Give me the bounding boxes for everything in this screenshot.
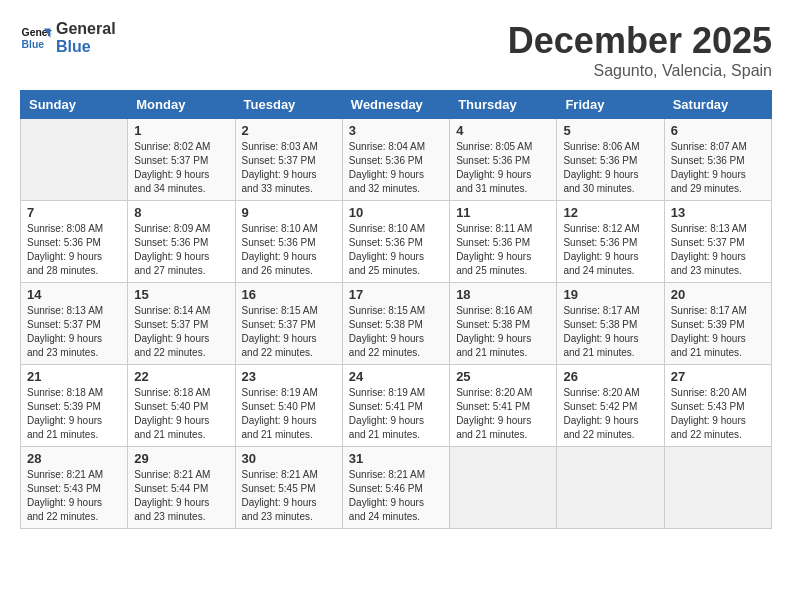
day-cell <box>557 447 664 529</box>
day-number: 17 <box>349 287 443 302</box>
day-number: 22 <box>134 369 228 384</box>
day-cell <box>450 447 557 529</box>
day-cell: 23Sunrise: 8:19 AMSunset: 5:40 PMDayligh… <box>235 365 342 447</box>
day-cell: 14Sunrise: 8:13 AMSunset: 5:37 PMDayligh… <box>21 283 128 365</box>
day-cell: 19Sunrise: 8:17 AMSunset: 5:38 PMDayligh… <box>557 283 664 365</box>
week-row-2: 7Sunrise: 8:08 AMSunset: 5:36 PMDaylight… <box>21 201 772 283</box>
day-info: Sunrise: 8:10 AMSunset: 5:36 PMDaylight:… <box>242 222 336 278</box>
day-info: Sunrise: 8:15 AMSunset: 5:37 PMDaylight:… <box>242 304 336 360</box>
day-cell: 4Sunrise: 8:05 AMSunset: 5:36 PMDaylight… <box>450 119 557 201</box>
day-number: 11 <box>456 205 550 220</box>
logo-blue: Blue <box>56 38 116 56</box>
day-info: Sunrise: 8:20 AMSunset: 5:42 PMDaylight:… <box>563 386 657 442</box>
day-number: 23 <box>242 369 336 384</box>
day-number: 27 <box>671 369 765 384</box>
day-cell: 27Sunrise: 8:20 AMSunset: 5:43 PMDayligh… <box>664 365 771 447</box>
column-header-sunday: Sunday <box>21 91 128 119</box>
day-info: Sunrise: 8:12 AMSunset: 5:36 PMDaylight:… <box>563 222 657 278</box>
logo-general: General <box>56 20 116 38</box>
day-info: Sunrise: 8:18 AMSunset: 5:40 PMDaylight:… <box>134 386 228 442</box>
day-cell: 28Sunrise: 8:21 AMSunset: 5:43 PMDayligh… <box>21 447 128 529</box>
day-cell: 2Sunrise: 8:03 AMSunset: 5:37 PMDaylight… <box>235 119 342 201</box>
day-number: 9 <box>242 205 336 220</box>
week-row-3: 14Sunrise: 8:13 AMSunset: 5:37 PMDayligh… <box>21 283 772 365</box>
day-info: Sunrise: 8:04 AMSunset: 5:36 PMDaylight:… <box>349 140 443 196</box>
day-info: Sunrise: 8:02 AMSunset: 5:37 PMDaylight:… <box>134 140 228 196</box>
day-info: Sunrise: 8:20 AMSunset: 5:41 PMDaylight:… <box>456 386 550 442</box>
day-info: Sunrise: 8:10 AMSunset: 5:36 PMDaylight:… <box>349 222 443 278</box>
day-cell <box>664 447 771 529</box>
day-number: 5 <box>563 123 657 138</box>
week-row-1: 1Sunrise: 8:02 AMSunset: 5:37 PMDaylight… <box>21 119 772 201</box>
day-cell: 9Sunrise: 8:10 AMSunset: 5:36 PMDaylight… <box>235 201 342 283</box>
day-cell: 31Sunrise: 8:21 AMSunset: 5:46 PMDayligh… <box>342 447 449 529</box>
day-number: 6 <box>671 123 765 138</box>
column-header-wednesday: Wednesday <box>342 91 449 119</box>
day-cell: 12Sunrise: 8:12 AMSunset: 5:36 PMDayligh… <box>557 201 664 283</box>
day-cell: 29Sunrise: 8:21 AMSunset: 5:44 PMDayligh… <box>128 447 235 529</box>
column-header-monday: Monday <box>128 91 235 119</box>
day-cell: 22Sunrise: 8:18 AMSunset: 5:40 PMDayligh… <box>128 365 235 447</box>
day-number: 13 <box>671 205 765 220</box>
day-number: 12 <box>563 205 657 220</box>
day-number: 2 <box>242 123 336 138</box>
day-info: Sunrise: 8:08 AMSunset: 5:36 PMDaylight:… <box>27 222 121 278</box>
calendar-table: SundayMondayTuesdayWednesdayThursdayFrid… <box>20 90 772 529</box>
day-info: Sunrise: 8:19 AMSunset: 5:40 PMDaylight:… <box>242 386 336 442</box>
day-cell: 21Sunrise: 8:18 AMSunset: 5:39 PMDayligh… <box>21 365 128 447</box>
day-number: 16 <box>242 287 336 302</box>
day-cell: 3Sunrise: 8:04 AMSunset: 5:36 PMDaylight… <box>342 119 449 201</box>
day-info: Sunrise: 8:20 AMSunset: 5:43 PMDaylight:… <box>671 386 765 442</box>
day-info: Sunrise: 8:06 AMSunset: 5:36 PMDaylight:… <box>563 140 657 196</box>
page-header: General Blue General Blue December 2025 … <box>20 20 772 80</box>
day-number: 31 <box>349 451 443 466</box>
column-header-tuesday: Tuesday <box>235 91 342 119</box>
day-cell: 10Sunrise: 8:10 AMSunset: 5:36 PMDayligh… <box>342 201 449 283</box>
day-info: Sunrise: 8:16 AMSunset: 5:38 PMDaylight:… <box>456 304 550 360</box>
day-number: 25 <box>456 369 550 384</box>
day-info: Sunrise: 8:13 AMSunset: 5:37 PMDaylight:… <box>671 222 765 278</box>
day-cell: 13Sunrise: 8:13 AMSunset: 5:37 PMDayligh… <box>664 201 771 283</box>
week-row-4: 21Sunrise: 8:18 AMSunset: 5:39 PMDayligh… <box>21 365 772 447</box>
day-info: Sunrise: 8:05 AMSunset: 5:36 PMDaylight:… <box>456 140 550 196</box>
day-number: 18 <box>456 287 550 302</box>
month-title: December 2025 <box>508 20 772 62</box>
day-info: Sunrise: 8:11 AMSunset: 5:36 PMDaylight:… <box>456 222 550 278</box>
day-number: 19 <box>563 287 657 302</box>
logo-icon: General Blue <box>20 22 52 54</box>
day-number: 1 <box>134 123 228 138</box>
column-header-saturday: Saturday <box>664 91 771 119</box>
day-info: Sunrise: 8:13 AMSunset: 5:37 PMDaylight:… <box>27 304 121 360</box>
day-number: 29 <box>134 451 228 466</box>
header-row: SundayMondayTuesdayWednesdayThursdayFrid… <box>21 91 772 119</box>
day-info: Sunrise: 8:18 AMSunset: 5:39 PMDaylight:… <box>27 386 121 442</box>
day-number: 8 <box>134 205 228 220</box>
day-info: Sunrise: 8:17 AMSunset: 5:38 PMDaylight:… <box>563 304 657 360</box>
column-header-thursday: Thursday <box>450 91 557 119</box>
day-number: 3 <box>349 123 443 138</box>
day-cell: 7Sunrise: 8:08 AMSunset: 5:36 PMDaylight… <box>21 201 128 283</box>
day-cell: 8Sunrise: 8:09 AMSunset: 5:36 PMDaylight… <box>128 201 235 283</box>
day-number: 28 <box>27 451 121 466</box>
day-cell: 18Sunrise: 8:16 AMSunset: 5:38 PMDayligh… <box>450 283 557 365</box>
column-header-friday: Friday <box>557 91 664 119</box>
day-cell: 5Sunrise: 8:06 AMSunset: 5:36 PMDaylight… <box>557 119 664 201</box>
logo: General Blue General Blue <box>20 20 116 55</box>
day-info: Sunrise: 8:17 AMSunset: 5:39 PMDaylight:… <box>671 304 765 360</box>
day-info: Sunrise: 8:21 AMSunset: 5:45 PMDaylight:… <box>242 468 336 524</box>
day-cell: 16Sunrise: 8:15 AMSunset: 5:37 PMDayligh… <box>235 283 342 365</box>
day-number: 4 <box>456 123 550 138</box>
day-info: Sunrise: 8:21 AMSunset: 5:46 PMDaylight:… <box>349 468 443 524</box>
day-info: Sunrise: 8:21 AMSunset: 5:43 PMDaylight:… <box>27 468 121 524</box>
day-cell: 20Sunrise: 8:17 AMSunset: 5:39 PMDayligh… <box>664 283 771 365</box>
day-number: 14 <box>27 287 121 302</box>
day-info: Sunrise: 8:14 AMSunset: 5:37 PMDaylight:… <box>134 304 228 360</box>
day-info: Sunrise: 8:03 AMSunset: 5:37 PMDaylight:… <box>242 140 336 196</box>
title-block: December 2025 Sagunto, Valencia, Spain <box>508 20 772 80</box>
day-cell: 15Sunrise: 8:14 AMSunset: 5:37 PMDayligh… <box>128 283 235 365</box>
day-number: 7 <box>27 205 121 220</box>
day-number: 15 <box>134 287 228 302</box>
day-info: Sunrise: 8:21 AMSunset: 5:44 PMDaylight:… <box>134 468 228 524</box>
day-number: 20 <box>671 287 765 302</box>
day-cell: 6Sunrise: 8:07 AMSunset: 5:36 PMDaylight… <box>664 119 771 201</box>
